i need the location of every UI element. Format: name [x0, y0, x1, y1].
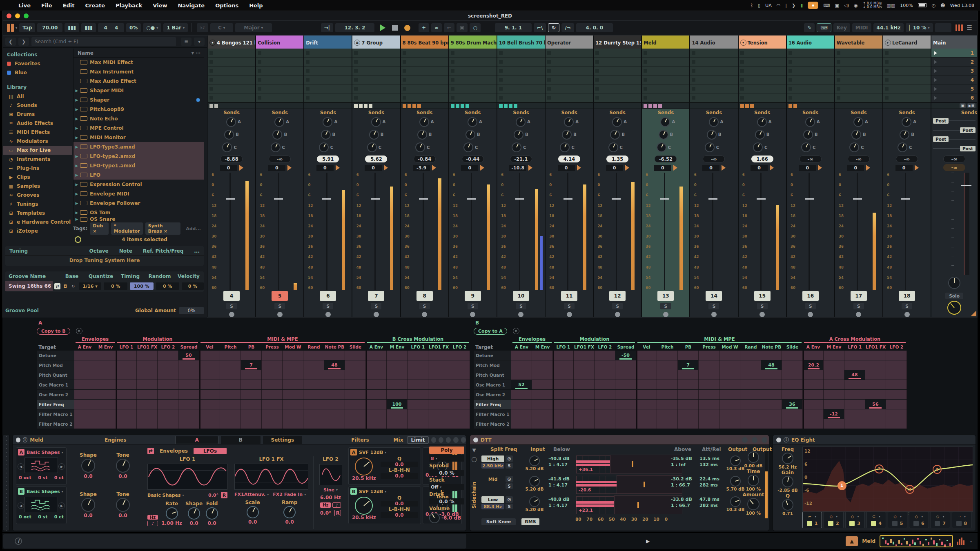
- matrix-cell[interactable]: [158, 360, 178, 370]
- scene-4[interactable]: 4: [931, 76, 977, 84]
- matrix-cell[interactable]: [553, 390, 574, 399]
- matrix-cell[interactable]: [824, 400, 844, 409]
- matrix-cell[interactable]: [449, 370, 470, 380]
- matrix-cell[interactable]: [178, 380, 199, 389]
- tap-tempo-button[interactable]: Tap: [19, 23, 35, 32]
- sidebar-item-audio-effects[interactable]: ♒Audio Effects: [3, 119, 72, 128]
- track-fader[interactable]: 606121824303642485460: [449, 173, 497, 290]
- key-root-menu[interactable]: C▾: [210, 23, 233, 32]
- eq-band-node[interactable]: 1: [837, 481, 846, 490]
- matrix-cell[interactable]: [657, 400, 678, 409]
- matrix-cell[interactable]: [241, 419, 262, 429]
- matrix-cell[interactable]: [824, 380, 844, 389]
- tone-knob[interactable]: [116, 459, 130, 473]
- matrix-cell[interactable]: [95, 360, 116, 370]
- matrix-cell[interactable]: [428, 400, 449, 409]
- track-header[interactable]: 12 Durrty Step 138: [594, 36, 641, 49]
- sidebar-item-izotope[interactable]: ⊡iZotope: [3, 227, 72, 236]
- matrix-cell[interactable]: [178, 370, 199, 380]
- matrix-cell[interactable]: [511, 370, 532, 380]
- matrix-cell[interactable]: [95, 351, 116, 360]
- matrix-cell[interactable]: [74, 390, 95, 399]
- menu-item-help[interactable]: Help: [249, 2, 263, 9]
- matrix-cell[interactable]: [428, 419, 449, 429]
- matrix-cell[interactable]: [761, 419, 782, 429]
- menu-item-live[interactable]: Live: [18, 2, 31, 9]
- clip-slot[interactable]: [739, 49, 786, 58]
- matrix-cell[interactable]: [366, 380, 387, 389]
- track-header[interactable]: 16 Audio: [787, 36, 834, 49]
- matrix-cell[interactable]: [95, 400, 116, 409]
- matrix-cell[interactable]: [116, 370, 137, 380]
- output-gain-knob[interactable]: [748, 451, 759, 463]
- matrix-column-header[interactable]: Pitch: [220, 343, 241, 351]
- clip-slot[interactable]: [642, 84, 689, 93]
- track-header[interactable]: ▸LeCanard: [883, 36, 931, 49]
- matrix-cell[interactable]: [511, 409, 532, 419]
- track-header[interactable]: ▾Tension: [739, 36, 786, 49]
- device-drag-rail[interactable]: [2, 435, 10, 531]
- matrix-cell[interactable]: [719, 360, 740, 370]
- hz-toggle[interactable]: Hz: [147, 515, 158, 520]
- clip-stop-row[interactable]: [352, 102, 400, 109]
- list-item[interactable]: ▶LFO-Type3.amxd: [74, 142, 204, 151]
- punch-in-button[interactable]: ⌐\: [534, 23, 546, 32]
- list-item[interactable]: ▶Envelope Follower: [74, 198, 204, 208]
- quantize-menu[interactable]: 1 Bar▾: [163, 23, 188, 32]
- matrix-cell[interactable]: [824, 360, 844, 370]
- send-knob-a[interactable]: A: [709, 117, 724, 127]
- matrix-cell[interactable]: [532, 390, 553, 399]
- matrix-cell[interactable]: [262, 380, 283, 389]
- track-activator[interactable]: 8: [416, 291, 433, 301]
- clip-stop-row[interactable]: [208, 102, 255, 109]
- clip-slot[interactable]: [835, 58, 882, 67]
- clip-slot[interactable]: [401, 76, 448, 84]
- matrix-row-label[interactable]: Filter Macro 1: [474, 409, 511, 419]
- solo-button[interactable]: S: [323, 303, 333, 309]
- sidebar-item-tunings[interactable]: ♯Tunings: [3, 200, 72, 209]
- matrix-cell[interactable]: [615, 419, 636, 429]
- matrix-cell[interactable]: [615, 360, 636, 370]
- send-knob-b[interactable]: B: [224, 130, 239, 140]
- matrix-cell[interactable]: [615, 390, 636, 399]
- clip-slot[interactable]: [401, 67, 448, 76]
- main-track-header[interactable]: Main: [931, 36, 977, 49]
- list-item[interactable]: ▶Shaper: [74, 95, 204, 104]
- track-activator[interactable]: 4: [223, 291, 240, 301]
- matrix-cell[interactable]: [178, 409, 199, 419]
- clip-stop-row[interactable]: [739, 102, 786, 109]
- matrix-cell[interactable]: [595, 351, 615, 360]
- clip-slot[interactable]: [208, 76, 255, 84]
- matrix-cell[interactable]: [262, 360, 283, 370]
- matrix-column-header[interactable]: LFO 1: [553, 343, 574, 351]
- list-item[interactable]: ▶PitchLoop89: [74, 104, 204, 114]
- matrix-cell[interactable]: [553, 400, 574, 409]
- key-scale-menu[interactable]: Major▾: [235, 23, 272, 32]
- matrix-row-label[interactable]: Osc Macro 2: [474, 390, 511, 399]
- keyboard-icon[interactable]: ⌨: [823, 3, 830, 8]
- device-expand-button[interactable]: ▲: [846, 536, 858, 546]
- matrix-cell[interactable]: [761, 351, 782, 360]
- matrix-cell[interactable]: [719, 400, 740, 409]
- matrix-cell[interactable]: [553, 370, 574, 380]
- matrix-cell[interactable]: [449, 380, 470, 389]
- matrix-cell[interactable]: [865, 390, 886, 399]
- matrix-cell[interactable]: [803, 419, 824, 429]
- matrix-column-header[interactable]: PB: [241, 343, 262, 351]
- solo-button[interactable]: S: [853, 303, 864, 309]
- matrix-cell[interactable]: [865, 351, 886, 360]
- send-knob-b[interactable]: B: [707, 130, 722, 140]
- send-knob-a[interactable]: A: [902, 117, 916, 127]
- track-activator[interactable]: 10: [513, 291, 529, 301]
- filter-freq-knob[interactable]: [355, 458, 373, 475]
- sort-caret-icon[interactable]: ▾ ⋯: [192, 50, 200, 56]
- matrix-cell[interactable]: [241, 351, 262, 360]
- new-button[interactable]: +: [419, 23, 429, 32]
- stop-button[interactable]: [392, 25, 398, 31]
- matrix-cell[interactable]: [116, 351, 137, 360]
- send-knob-c[interactable]: C: [512, 142, 526, 152]
- matrix-cell[interactable]: [74, 380, 95, 389]
- solo-button[interactable]: S: [612, 303, 623, 309]
- matrix-cell[interactable]: -12: [824, 409, 844, 419]
- matrix-cell[interactable]: [532, 400, 553, 409]
